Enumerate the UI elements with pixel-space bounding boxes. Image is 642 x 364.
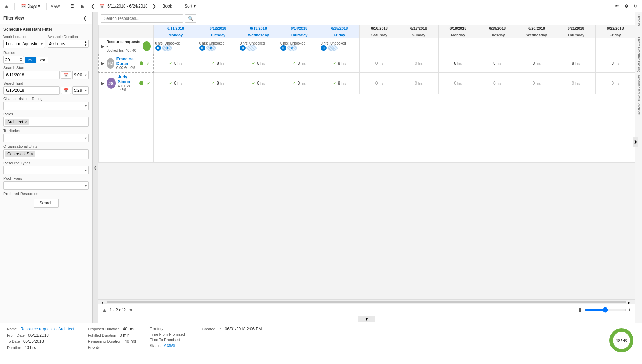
sort-btn[interactable]: Sort ▾ <box>183 3 198 9</box>
donut-container: 40 / 40 <box>608 327 635 354</box>
search-end-label: Search End <box>3 81 89 85</box>
scroll-thumb[interactable] <box>107 301 626 303</box>
search-icon: 🔍 <box>188 16 193 21</box>
fulfilled-duration-row: Fulfilled Duration 0 min <box>88 333 136 338</box>
expand-icon[interactable]: ▶ <box>101 44 104 49</box>
pag-down-btn[interactable]: ▼ <box>128 307 133 313</box>
unbooked-bar-4: 0 8 <box>321 45 358 51</box>
judy-name[interactable]: Judy Simon <box>118 75 138 84</box>
scroll-left-btn[interactable]: ◂ <box>101 300 105 304</box>
francine-name[interactable]: Francine Duran <box>116 57 138 66</box>
h-scroll-bar[interactable]: ◂ ▸ <box>98 299 635 304</box>
refresh-btn[interactable]: ↻ <box>632 3 639 9</box>
check-icon-j1: ✓ <box>211 81 215 86</box>
right-panel-details-btn[interactable]: Details <box>637 12 641 28</box>
zoom-in-btn[interactable]: + <box>628 307 631 313</box>
list-view-btn[interactable]: ☰ <box>68 3 76 9</box>
proposed-duration-label: Proposed Duration <box>88 327 120 331</box>
resource-requests-cell: ▶ Resource requests - ... Booked hrs: 40… <box>98 38 153 54</box>
grid-view-btn[interactable]: ⊞ <box>79 3 86 9</box>
search-end-time-wrap: 5:29 PM ▾ <box>72 86 89 95</box>
eye-btn[interactable]: 👁 <box>613 3 621 9</box>
calendar-icon2: 📅 <box>99 4 104 9</box>
bar-stripe-1: 8 <box>206 45 216 51</box>
pool-types-select[interactable] <box>3 181 89 190</box>
zoom-out-btn[interactable]: − <box>572 307 575 313</box>
roles-tag-remove-btn[interactable]: ✕ <box>24 120 27 124</box>
prev-date-btn[interactable]: ❮ <box>89 3 97 9</box>
date-range: 6/11/2018 - 6/24/2018 <box>107 4 147 9</box>
radius-km-btn[interactable]: km <box>37 57 48 63</box>
grid-icon-btn[interactable]: ⊞ <box>3 3 10 9</box>
search-button[interactable]: Search <box>34 199 58 208</box>
francine-hours-11: 8 hrs <box>596 54 635 72</box>
search-start-date-input[interactable] <box>3 71 60 79</box>
status-value[interactable]: Active <box>164 343 175 348</box>
roles-input[interactable]: Architect ✕ ▾ <box>3 117 89 127</box>
roles-tag-architect: Architect ✕ <box>5 119 29 125</box>
bottom-info-panel: Name Resource requests - Architect From … <box>0 323 642 364</box>
duration-up-btn[interactable]: ▲ <box>84 41 87 43</box>
org-units-label: Organizational Units <box>3 144 89 148</box>
pause-btn[interactable]: ⏸ <box>577 307 583 313</box>
expand-icon-judy[interactable]: ▶ <box>101 81 104 86</box>
pag-up-btn[interactable]: ▲ <box>102 307 107 313</box>
grid-icon: ⊞ <box>5 4 8 9</box>
collapse-down-btn[interactable]: ▼ <box>358 316 375 322</box>
search-resources-input[interactable] <box>101 14 183 23</box>
judy-hours-11: 0 hrs <box>596 72 635 94</box>
search-end-calendar-btn[interactable]: 📅 <box>61 87 71 94</box>
right-panel-create-btn[interactable]: Create Resource Booking - Resource reque… <box>637 35 641 117</box>
req-empty-8 <box>478 38 517 54</box>
name-row: Name Resource requests - Architect <box>7 327 74 331</box>
org-units-tag-remove-btn[interactable]: ✕ <box>30 152 33 156</box>
characteristics-select-wrap: ▾ <box>3 102 89 110</box>
schedule-grid[interactable]: 6/11/2018 6/12/2018 6/13/2018 6/14/2018 … <box>98 25 635 299</box>
radius-mi-btn[interactable]: mi <box>25 57 36 63</box>
search-start-time-select[interactable]: 9:00 AM <box>72 71 89 79</box>
sort-label: Sort <box>185 4 192 9</box>
org-units-input[interactable]: Contoso US ✕ ▾ <box>3 149 89 159</box>
filter-panel-title: Filter View <box>3 16 24 21</box>
expand-icon-francine[interactable]: ▶ <box>101 61 104 66</box>
filter-collapse-btn[interactable]: ❮ <box>81 15 89 21</box>
date-header-3: 6/14/2018 <box>279 25 319 32</box>
proposed-duration-value: 40 hrs <box>123 327 134 331</box>
territories-select[interactable] <box>3 134 89 142</box>
days-dropdown-btn[interactable]: 📅 Days ▾ <box>19 3 42 9</box>
search-end-time-select[interactable]: 5:29 PM <box>72 86 89 95</box>
characteristics-select[interactable] <box>3 102 89 110</box>
judy-hours-9: 0 hrs <box>517 72 556 94</box>
bar-blue-1: 0 <box>199 45 206 51</box>
book-btn[interactable]: Book <box>161 3 174 9</box>
francine-hours-3: ✓ 8 hrs <box>279 54 319 72</box>
scroll-right-btn[interactable]: ▸ <box>628 300 632 304</box>
name-value[interactable]: Resource requests - Architect <box>20 327 74 331</box>
judy-check-icon: ✓ <box>147 80 151 86</box>
settings-btn[interactable]: ⚙ <box>622 3 630 9</box>
created-on-value: 06/01/2018 2:06 PM <box>225 327 262 331</box>
req-empty-6 <box>399 38 439 54</box>
next-date-btn[interactable]: ❯ <box>150 3 158 9</box>
radius-up-btn[interactable]: ▲ <box>20 57 22 60</box>
search-start-calendar-btn[interactable]: 📅 <box>61 71 71 79</box>
filter-collapse-handle[interactable]: ❮ <box>92 12 98 323</box>
francine-check-icon: ✓ <box>146 61 150 66</box>
radius-down-btn[interactable]: ▼ <box>20 60 22 63</box>
right-expand-btn[interactable]: ❯ <box>633 137 638 147</box>
down-arrow-center: ▼ <box>98 315 635 323</box>
day-header-10: Thursday <box>556 32 596 38</box>
judy-hours-3: ✓ 8 hrs <box>279 72 319 94</box>
check-icon-f4: ✓ <box>333 61 336 66</box>
hrs-j1: 8 <box>217 81 219 86</box>
duration-down-btn[interactable]: ▼ <box>84 44 87 47</box>
work-location-select[interactable]: Location Agnostic <box>3 40 45 48</box>
judy-person: ▶ JS Judy Simon 40:00 ⏱ 45% ✓ <box>99 73 153 94</box>
zoom-slider[interactable] <box>585 307 626 313</box>
day-header-6: Sunday <box>399 32 439 38</box>
bar-stripe-3: 8 <box>287 45 297 51</box>
francine-hours-5: 0 hrs <box>360 54 399 72</box>
resource-types-select[interactable] <box>3 166 89 174</box>
search-end-date-input[interactable] <box>3 86 60 95</box>
search-resources-btn[interactable]: 🔍 <box>185 14 196 23</box>
